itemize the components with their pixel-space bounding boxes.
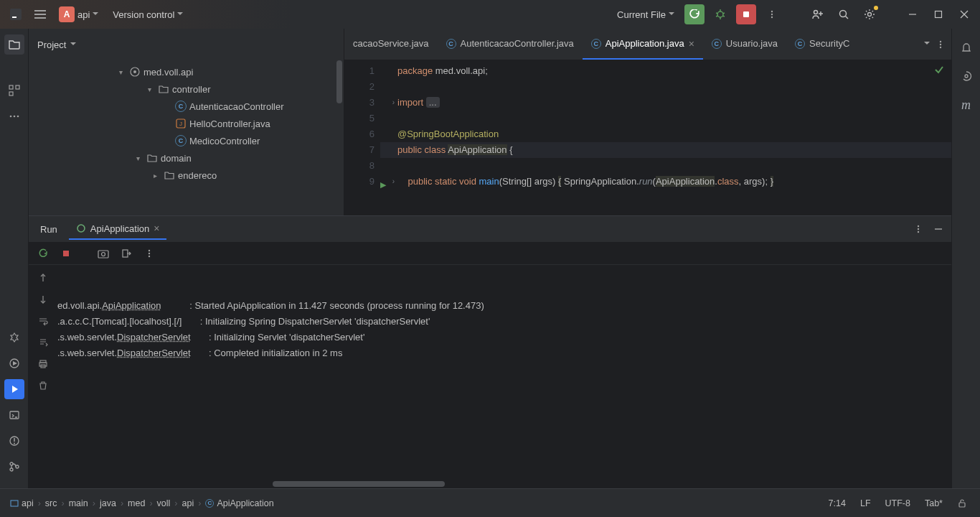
editor-tab[interactable]: CAutenticacaoController.java: [438, 29, 583, 60]
close-window-button[interactable]: [954, 4, 974, 24]
project-panel-header[interactable]: Project: [29, 29, 344, 60]
title-bar: A api Version control Current File: [0, 0, 980, 29]
inspection-ok-icon[interactable]: [934, 65, 944, 75]
more-run-button[interactable]: [142, 246, 156, 261]
editor-tab[interactable]: CApiApplication.java×: [583, 29, 703, 60]
svg-rect-20: [936, 11, 942, 18]
app-logo-icon: [6, 4, 26, 24]
run-config-label: Current File: [617, 9, 666, 20]
tree-item[interactable]: CMedicoController: [29, 132, 344, 149]
editor-tab[interactable]: CUsuario.java: [703, 29, 786, 60]
code-with-me-icon[interactable]: [808, 4, 828, 24]
maximize-window-button[interactable]: [928, 4, 948, 24]
tree-item[interactable]: JHelloController.java: [29, 115, 344, 132]
run-console[interactable]: ed.voll.api.ApiApplication : Started Api…: [57, 265, 951, 488]
minimize-window-button[interactable]: [903, 4, 923, 24]
editor-tab[interactable]: CSecurityC: [786, 29, 858, 60]
svg-point-10: [771, 11, 773, 12]
clear-button[interactable]: [36, 378, 50, 393]
exit-button[interactable]: [119, 246, 133, 261]
breadcrumb-item[interactable]: med: [125, 497, 148, 510]
vcs-tool-button[interactable]: [4, 457, 24, 477]
debug-button[interactable]: [710, 4, 730, 24]
chevron-down-icon: [669, 9, 674, 20]
project-badge: A: [59, 6, 75, 22]
main-menu-button[interactable]: [32, 6, 49, 23]
tabs-overflow[interactable]: [918, 29, 951, 60]
run-button[interactable]: [684, 4, 705, 24]
right-tool-rail: m: [951, 29, 980, 488]
print-button[interactable]: [36, 357, 50, 371]
tree-item[interactable]: CAutenticacaoController: [29, 98, 344, 115]
more-tools-button[interactable]: [4, 106, 24, 126]
chevron-down-icon: [924, 39, 930, 50]
run-config-tab[interactable]: ApiApplication ×: [69, 218, 167, 240]
build-tool-button[interactable]: [4, 327, 24, 348]
tree-item[interactable]: ▾controller: [29, 80, 344, 98]
run-tool-button[interactable]: [4, 379, 24, 399]
scroll-up-button[interactable]: [36, 271, 50, 285]
svg-point-35: [14, 443, 15, 444]
ai-assistant-button[interactable]: [956, 66, 976, 86]
svg-point-46: [965, 75, 968, 78]
tree-item[interactable]: ▾domain: [29, 149, 344, 167]
breadcrumb-item[interactable]: api: [7, 497, 37, 510]
run-options-button[interactable]: [911, 222, 925, 236]
soft-wrap-button[interactable]: [36, 314, 50, 328]
project-selector[interactable]: A api: [55, 4, 103, 25]
chevron-down-icon: [177, 9, 183, 20]
line-separator[interactable]: LF: [854, 498, 877, 508]
svg-point-2: [717, 11, 723, 17]
svg-point-57: [149, 252, 150, 253]
svg-point-36: [10, 462, 13, 465]
maven-tool-button[interactable]: m: [956, 95, 976, 115]
breadcrumb-item[interactable]: src: [42, 497, 60, 510]
run-config-selector[interactable]: Current File: [613, 6, 679, 23]
breadcrumb-item[interactable]: api: [179, 497, 197, 510]
chevron-down-icon: [70, 39, 76, 50]
structure-tool-button[interactable]: [4, 80, 24, 101]
tree-item[interactable]: ▾med.voll.api: [29, 63, 344, 80]
settings-button[interactable]: [859, 4, 880, 24]
file-encoding[interactable]: UTF-8: [880, 498, 916, 508]
scrollbar-thumb[interactable]: [273, 481, 445, 487]
svg-point-28: [17, 116, 19, 118]
svg-rect-55: [123, 250, 128, 257]
breadcrumb-item[interactable]: voll: [154, 497, 174, 510]
run-side-toolbar: [29, 265, 57, 488]
svg-rect-9: [743, 11, 749, 17]
close-icon[interactable]: ×: [154, 223, 159, 234]
close-icon[interactable]: ×: [689, 38, 694, 50]
vcs-label: Version control: [113, 9, 174, 20]
scroll-down-button[interactable]: [36, 292, 50, 307]
problems-tool-button[interactable]: [4, 431, 24, 451]
svg-point-58: [149, 255, 150, 256]
scroll-to-end-button[interactable]: [36, 335, 50, 350]
hide-run-button[interactable]: [931, 222, 946, 236]
readonly-toggle[interactable]: [951, 498, 973, 508]
project-tool-button[interactable]: [4, 34, 24, 55]
run-tab-label: ApiApplication: [90, 223, 149, 234]
screenshot-button[interactable]: [96, 246, 110, 261]
breadcrumb-item[interactable]: main: [66, 497, 91, 510]
editor-tab[interactable]: cacaoService.java: [344, 29, 438, 60]
svg-point-13: [814, 11, 818, 14]
notifications-button[interactable]: [956, 37, 976, 57]
stop-run-button[interactable]: [59, 246, 73, 261]
rerun-button[interactable]: [36, 246, 50, 261]
svg-point-50: [918, 231, 919, 233]
services-tool-button[interactable]: [4, 353, 24, 373]
indent-setting[interactable]: Tab*: [919, 498, 948, 508]
terminal-tool-button[interactable]: [4, 405, 24, 425]
scrollbar-thumb[interactable]: [336, 60, 342, 103]
stop-button[interactable]: [736, 4, 756, 24]
caret-position[interactable]: 7:14: [823, 498, 852, 508]
svg-point-12: [771, 17, 773, 18]
breadcrumb-item[interactable]: java: [97, 497, 119, 510]
lock-icon: [957, 498, 967, 508]
tree-item[interactable]: ▸endereco: [29, 167, 344, 184]
search-everywhere-button[interactable]: [834, 4, 854, 24]
more-actions-button[interactable]: [762, 4, 782, 24]
breadcrumb-item[interactable]: C ApiApplication: [202, 497, 276, 510]
vcs-menu[interactable]: Version control: [108, 6, 187, 23]
